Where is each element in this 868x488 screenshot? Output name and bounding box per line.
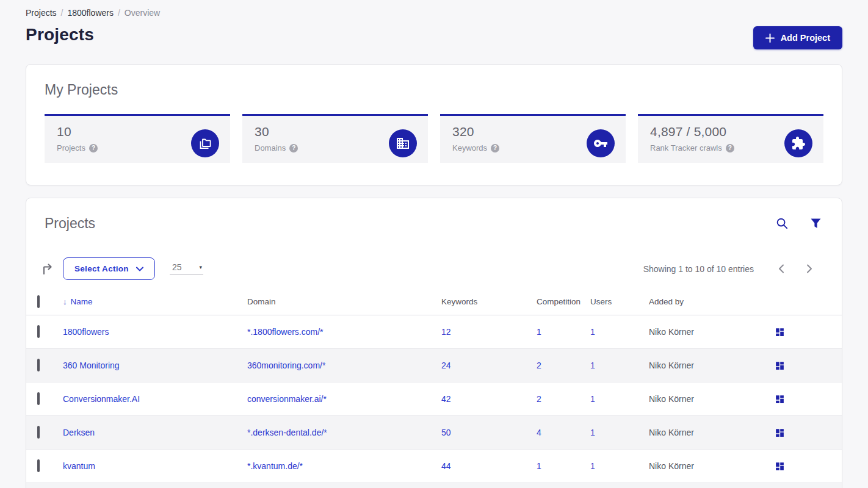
project-competition-value[interactable]: 1	[537, 327, 590, 337]
project-domain-link[interactable]: 360monitoring.com/*	[247, 361, 441, 370]
row-checkbox[interactable]	[37, 392, 40, 405]
project-domain-link[interactable]: *.kvantum.de/*	[247, 461, 441, 471]
column-header-users[interactable]: Users	[590, 297, 649, 306]
select-all-checkbox[interactable]	[37, 295, 40, 308]
help-icon[interactable]: ?	[89, 144, 98, 152]
project-keywords-value[interactable]: 44	[441, 461, 537, 471]
stats-grid: 10 Projects ? 30 Domains ? 320 Keywords	[45, 114, 823, 163]
project-keywords-value[interactable]: 42	[441, 394, 537, 404]
breadcrumb-projects[interactable]: Projects	[26, 8, 57, 18]
page-size-select[interactable]: 25 ▾	[170, 262, 203, 275]
breadcrumb-overview: Overview	[125, 8, 160, 18]
row-checkbox[interactable]	[37, 359, 40, 371]
select-action-dropdown[interactable]: Select Action	[63, 257, 155, 280]
table-row[interactable]: Derksen *.derksen-dental.de/* 50 4 1 Nik…	[26, 416, 842, 450]
project-name-link[interactable]: kvantum	[63, 461, 247, 471]
page-header: Projects Add Project	[26, 25, 842, 49]
stat-icon-bubble	[191, 129, 219, 157]
stat-icon-bubble	[784, 129, 812, 157]
column-header-keywords[interactable]: Keywords	[441, 297, 537, 306]
projects-table-card: Projects	[26, 198, 842, 488]
project-keywords-value[interactable]: 12	[441, 327, 537, 337]
open-dashboard-button[interactable]	[773, 426, 786, 439]
open-dashboard-button[interactable]	[773, 326, 786, 339]
row-checkbox[interactable]	[37, 426, 40, 439]
breadcrumb-separator: /	[61, 8, 63, 18]
open-dashboard-button[interactable]	[773, 393, 786, 406]
stat-card[interactable]: 30 Domains ?	[242, 114, 428, 163]
previous-page-button[interactable]	[767, 260, 795, 277]
project-keywords-value[interactable]: 50	[441, 428, 537, 437]
stat-label: Rank Tracker crawls	[650, 143, 722, 152]
help-icon[interactable]: ?	[289, 144, 298, 152]
stat-label: Projects	[57, 143, 85, 152]
table-row[interactable]: 1800flowers *.1800flowers.com/* 12 1 1 N…	[26, 315, 842, 349]
page-title: Projects	[26, 25, 94, 45]
stat-card[interactable]: 10 Projects ?	[45, 114, 230, 163]
table-body: 1800flowers *.1800flowers.com/* 12 1 1 N…	[26, 315, 842, 483]
chevron-left-icon	[778, 264, 784, 273]
project-name-link[interactable]: Derksen	[63, 428, 247, 437]
help-icon[interactable]: ?	[491, 144, 499, 152]
row-checkbox[interactable]	[37, 325, 40, 338]
row-checkbox[interactable]	[37, 459, 40, 472]
filter-button[interactable]	[809, 217, 822, 230]
column-header-competition[interactable]: Competition	[537, 297, 590, 306]
project-name-link[interactable]: 1800flowers	[63, 327, 247, 337]
filter-icon	[811, 218, 821, 229]
project-domain-link[interactable]: *.1800flowers.com/*	[247, 327, 441, 337]
table-toolbar: Select Action 25 ▾ Showing 1 to 10 of 10…	[40, 257, 823, 280]
plus-icon	[765, 34, 775, 43]
project-competition-value[interactable]: 2	[537, 394, 590, 404]
stat-value: 30	[255, 124, 298, 139]
stat-label: Keywords	[452, 143, 487, 152]
open-dashboard-button[interactable]	[773, 460, 786, 473]
project-competition-value[interactable]: 4	[537, 428, 590, 437]
project-name-link[interactable]: Conversionmaker.AI	[63, 394, 247, 404]
project-users-value[interactable]: 1	[590, 394, 649, 404]
project-added-by: Niko Körner	[649, 461, 771, 471]
open-dashboard-button[interactable]	[773, 359, 786, 372]
project-users-value[interactable]: 1	[590, 327, 649, 337]
dashboard-icon	[775, 394, 785, 404]
project-added-by: Niko Körner	[649, 428, 771, 437]
table-row[interactable]: kvantum *.kvantum.de/* 44 1 1 Niko Körne…	[26, 450, 842, 483]
projects-panel-header: Projects	[26, 215, 842, 232]
project-keywords-value[interactable]: 24	[441, 361, 537, 370]
share-arrow-icon	[41, 262, 54, 276]
column-header-added-by[interactable]: Added by	[649, 297, 771, 306]
project-added-by: Niko Körner	[649, 394, 771, 404]
dashboard-icon	[775, 327, 785, 337]
chevron-down-icon	[136, 267, 143, 271]
export-share-button[interactable]	[40, 261, 56, 277]
add-project-label: Add Project	[781, 33, 830, 43]
search-button[interactable]	[775, 216, 790, 231]
project-added-by: Niko Körner	[649, 327, 771, 337]
breadcrumb-1800flowers[interactable]: 1800flowers	[67, 8, 114, 18]
project-users-value[interactable]: 1	[590, 461, 649, 471]
project-domain-link[interactable]: conversionmaker.ai/*	[247, 394, 441, 404]
help-icon[interactable]: ?	[726, 144, 734, 152]
page-size-value: 25	[172, 262, 182, 272]
stat-card[interactable]: 4,897 / 5,000 Rank Tracker crawls ?	[638, 114, 823, 163]
projects-stack-icon	[198, 136, 212, 151]
project-users-value[interactable]: 1	[590, 428, 649, 437]
table-header-row: ↓Name Domain Keywords Competition Users …	[26, 289, 842, 315]
project-competition-value[interactable]: 1	[537, 461, 590, 471]
next-page-button[interactable]	[795, 260, 823, 277]
pagination	[767, 260, 823, 277]
key-icon	[593, 136, 608, 151]
project-name-link[interactable]: 360 Monitoring	[63, 361, 247, 370]
table-row[interactable]: 360 Monitoring 360monitoring.com/* 24 2 …	[26, 349, 842, 382]
table-row[interactable]: Conversionmaker.AI conversionmaker.ai/* …	[26, 382, 842, 416]
project-competition-value[interactable]: 2	[537, 361, 590, 370]
stat-label: Domains	[255, 143, 286, 152]
column-header-domain[interactable]: Domain	[247, 297, 441, 306]
add-project-button[interactable]: Add Project	[753, 26, 842, 49]
project-users-value[interactable]: 1	[590, 361, 649, 370]
projects-table: ↓Name Domain Keywords Competition Users …	[26, 289, 842, 488]
breadcrumb-separator: /	[118, 8, 120, 18]
stat-card[interactable]: 320 Keywords ?	[440, 114, 626, 163]
column-header-name[interactable]: ↓Name	[63, 297, 247, 306]
project-domain-link[interactable]: *.derksen-dental.de/*	[247, 428, 441, 437]
